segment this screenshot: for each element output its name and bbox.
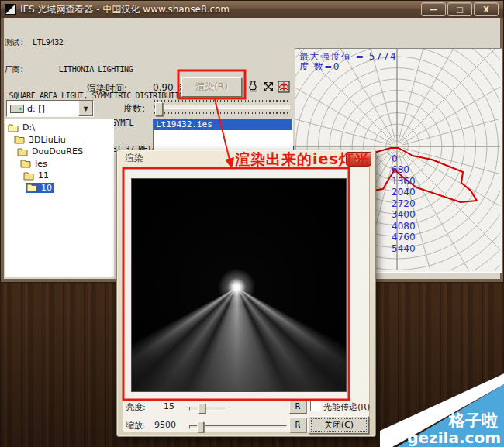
radiosity-checkbox[interactable] (310, 401, 321, 411)
folder-icon (17, 147, 29, 156)
render-time-value: 0.90 (153, 82, 174, 93)
title-bar: IES 光域网查看器 - 中国汉化 www.shanse8.com — □ X (1, 1, 503, 18)
close-button[interactable]: X (474, 2, 499, 16)
window-title: IES 光域网查看器 - 中国汉化 www.shanse8.com (20, 3, 230, 16)
folder-icon (20, 159, 32, 168)
tree-item-label: 3DLiuLiu (29, 135, 66, 145)
polar-scale-label: 2720 (392, 198, 416, 209)
tree-item[interactable]: 11 (5, 170, 113, 182)
zoom-label: 缩放: (126, 420, 146, 432)
degrees-label: 度数: (123, 102, 145, 115)
degrees-slider[interactable] (153, 98, 292, 119)
polar-scale-label: 5440 (392, 243, 416, 254)
dialog-title-bar: 渲染 (117, 150, 375, 166)
info-line: 测试: LTL9432 (5, 38, 295, 47)
open-folder-icon (26, 183, 38, 192)
dialog-client: 亮度: 15 R 光能传递(R) 缩放: 9500 R 关闭(C) (123, 167, 370, 432)
open-folder-icon (8, 123, 19, 132)
polar-scale-label: 680 (392, 164, 409, 175)
dialog-title: 渲染 (125, 152, 143, 165)
drive-combo[interactable]: d: [] ▼ (6, 100, 94, 117)
render-time-label: 渲染时间: (87, 82, 127, 95)
polar-scale-label: 2040 (392, 187, 416, 198)
close-icon: ✕ (355, 155, 361, 163)
slider-thumb[interactable] (197, 421, 204, 432)
slider-thumb[interactable] (198, 403, 205, 414)
tree-item-label: D:\ (22, 122, 35, 132)
info-line: 厂商: LITHONIA LIGHTING (5, 65, 295, 74)
drive-icon (10, 105, 24, 113)
dialog-close-action-button[interactable]: 关闭(C) (309, 416, 369, 434)
watermark-url: gezila.com (407, 428, 501, 447)
slider-track (154, 105, 290, 109)
lamp-icon (247, 81, 259, 93)
tree-item[interactable]: DouDouRES (5, 146, 113, 158)
minimize-button[interactable]: — (421, 2, 446, 16)
watermark-name: 格子啦 (448, 411, 498, 430)
render-dialog: 渲染 ✕ 亮度: 15 R 光能传递(R) 缩放: 9500 R 关闭(C) (116, 150, 376, 437)
expand-button[interactable] (261, 79, 275, 95)
dialog-close-button[interactable]: ✕ (346, 152, 371, 167)
tree-item-label: Ies (35, 159, 47, 169)
radiosity-label: 光能传递(R) (323, 401, 370, 413)
watermark: 格子啦 gezila.com (380, 372, 504, 447)
polar-scale-label: 4080 (392, 221, 416, 232)
brightness-slider[interactable] (189, 402, 226, 413)
zoom-slider[interactable] (189, 421, 287, 432)
polar-scale-label: 0 (392, 153, 398, 164)
lamp-button[interactable] (245, 79, 260, 95)
zoom-value: 9500 (154, 420, 176, 430)
app-icon (5, 4, 16, 15)
zoom-reset-button[interactable]: R (289, 418, 306, 432)
polar-scale-label: 3400 (392, 209, 416, 220)
ies-render-preview (131, 178, 347, 392)
slider-track (189, 407, 226, 411)
brightness-label: 亮度: (126, 401, 146, 413)
tree-item-label: 11 (38, 170, 49, 181)
drive-combo-value: d: [] (27, 104, 78, 114)
slider-ticks-bottom (154, 112, 290, 114)
brightness-value: 15 (164, 401, 174, 411)
list-item-selected[interactable]: Lt19432.ies (154, 119, 292, 130)
folder-icon (23, 171, 35, 181)
degree-plane-text: 度 数=0 (299, 62, 397, 72)
render-button[interactable]: 渲染(R) (181, 77, 242, 97)
tree-item[interactable]: 3DLiuLiu (5, 134, 113, 146)
folder-icon (14, 135, 26, 144)
maximize-button[interactable]: □ (447, 2, 472, 16)
expand-arrows-icon (262, 81, 274, 93)
web-render-button[interactable] (276, 79, 291, 95)
tree-item-selected[interactable]: 10 (5, 182, 113, 194)
photometric-web-icon (278, 81, 290, 93)
combo-dropdown-button[interactable]: ▼ (78, 101, 93, 116)
folder-tree: D:\ 3DLiuLiu DouDouRES Ies 11 10 (5, 119, 114, 277)
brightness-reset-button[interactable]: R (289, 399, 306, 414)
polar-scale-label: 1360 (392, 176, 416, 187)
tree-item-label: 10 (41, 183, 52, 193)
tree-item-drive[interactable]: D:\ (5, 122, 113, 134)
polar-scale-label: 4760 (392, 232, 416, 242)
slider-thumb[interactable] (155, 102, 163, 116)
tree-item[interactable]: Ies (5, 158, 113, 170)
tree-item-label: DouDouRES (32, 146, 83, 156)
slider-ticks-top (154, 100, 290, 102)
